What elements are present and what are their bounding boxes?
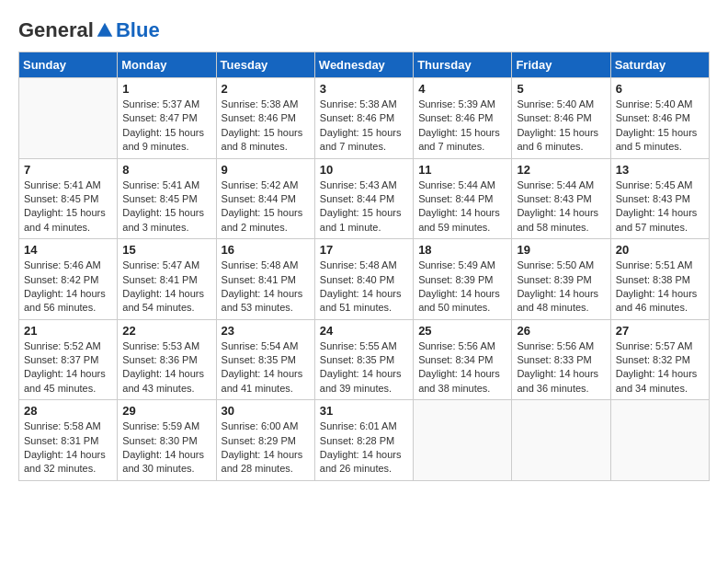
calendar-week-row: 1Sunrise: 5:37 AM Sunset: 8:47 PM Daylig… bbox=[19, 78, 710, 159]
day-info: Sunrise: 5:46 AM Sunset: 8:42 PM Dayligh… bbox=[24, 259, 112, 316]
day-number: 17 bbox=[320, 243, 408, 257]
day-info: Sunrise: 5:54 AM Sunset: 8:35 PM Dayligh… bbox=[222, 339, 310, 396]
day-of-week-header: Wednesday bbox=[314, 52, 413, 78]
calendar-week-row: 28Sunrise: 5:58 AM Sunset: 8:31 PM Dayli… bbox=[19, 400, 710, 481]
calendar-cell: 24Sunrise: 5:55 AM Sunset: 8:35 PM Dayli… bbox=[314, 319, 413, 400]
logo-blue-text: Blue bbox=[116, 18, 160, 42]
day-number: 19 bbox=[517, 243, 605, 257]
day-number: 8 bbox=[122, 163, 210, 177]
day-number: 25 bbox=[418, 324, 506, 338]
calendar-cell: 10Sunrise: 5:43 AM Sunset: 8:44 PM Dayli… bbox=[314, 158, 413, 239]
calendar-cell: 11Sunrise: 5:44 AM Sunset: 8:44 PM Dayli… bbox=[414, 158, 512, 239]
day-info: Sunrise: 5:57 AM Sunset: 8:32 PM Dayligh… bbox=[616, 339, 704, 396]
calendar-cell bbox=[610, 400, 709, 481]
calendar-header-row: SundayMondayTuesdayWednesdayThursdayFrid… bbox=[19, 52, 710, 78]
calendar-cell: 7Sunrise: 5:41 AM Sunset: 8:45 PM Daylig… bbox=[19, 158, 118, 239]
page-header: General Blue bbox=[18, 18, 710, 42]
svg-marker-0 bbox=[97, 23, 113, 37]
day-of-week-header: Sunday bbox=[19, 52, 118, 78]
day-info: Sunrise: 5:53 AM Sunset: 8:36 PM Dayligh… bbox=[122, 339, 210, 396]
calendar-cell: 28Sunrise: 5:58 AM Sunset: 8:31 PM Dayli… bbox=[19, 400, 118, 481]
day-number: 31 bbox=[320, 404, 408, 418]
calendar-cell bbox=[19, 78, 118, 159]
day-number: 1 bbox=[122, 82, 210, 96]
day-info: Sunrise: 5:44 AM Sunset: 8:44 PM Dayligh… bbox=[418, 178, 506, 236]
day-number: 9 bbox=[222, 163, 310, 177]
day-number: 29 bbox=[122, 404, 210, 418]
calendar-cell bbox=[414, 400, 512, 481]
calendar-week-row: 7Sunrise: 5:41 AM Sunset: 8:45 PM Daylig… bbox=[19, 158, 710, 239]
day-number: 28 bbox=[24, 404, 112, 418]
day-info: Sunrise: 5:45 AM Sunset: 8:43 PM Dayligh… bbox=[616, 178, 704, 236]
calendar-cell: 30Sunrise: 6:00 AM Sunset: 8:29 PM Dayli… bbox=[216, 400, 314, 481]
calendar-cell: 31Sunrise: 6:01 AM Sunset: 8:28 PM Dayli… bbox=[314, 400, 413, 481]
day-info: Sunrise: 6:01 AM Sunset: 8:28 PM Dayligh… bbox=[320, 419, 408, 477]
day-info: Sunrise: 5:40 AM Sunset: 8:46 PM Dayligh… bbox=[616, 98, 704, 155]
calendar-cell: 4Sunrise: 5:39 AM Sunset: 8:46 PM Daylig… bbox=[414, 78, 512, 159]
day-number: 3 bbox=[320, 82, 408, 96]
calendar-cell: 21Sunrise: 5:52 AM Sunset: 8:37 PM Dayli… bbox=[19, 319, 118, 400]
calendar-week-row: 14Sunrise: 5:46 AM Sunset: 8:42 PM Dayli… bbox=[19, 239, 710, 320]
day-info: Sunrise: 5:47 AM Sunset: 8:41 PM Dayligh… bbox=[122, 259, 210, 316]
day-number: 24 bbox=[320, 324, 408, 338]
day-info: Sunrise: 5:38 AM Sunset: 8:46 PM Dayligh… bbox=[222, 98, 310, 155]
day-of-week-header: Thursday bbox=[414, 52, 512, 78]
day-number: 5 bbox=[517, 82, 605, 96]
calendar-cell: 2Sunrise: 5:38 AM Sunset: 8:46 PM Daylig… bbox=[216, 78, 314, 159]
day-info: Sunrise: 5:40 AM Sunset: 8:46 PM Dayligh… bbox=[517, 98, 605, 155]
day-number: 16 bbox=[222, 243, 310, 257]
day-info: Sunrise: 5:41 AM Sunset: 8:45 PM Dayligh… bbox=[24, 178, 112, 236]
day-info: Sunrise: 5:55 AM Sunset: 8:35 PM Dayligh… bbox=[320, 339, 408, 396]
calendar-cell: 20Sunrise: 5:51 AM Sunset: 8:38 PM Dayli… bbox=[610, 239, 709, 320]
calendar-cell: 25Sunrise: 5:56 AM Sunset: 8:34 PM Dayli… bbox=[414, 319, 512, 400]
day-info: Sunrise: 5:48 AM Sunset: 8:40 PM Dayligh… bbox=[320, 259, 408, 316]
day-number: 22 bbox=[122, 324, 210, 338]
logo: General Blue bbox=[18, 18, 160, 42]
day-info: Sunrise: 5:44 AM Sunset: 8:43 PM Dayligh… bbox=[517, 178, 605, 236]
day-number: 7 bbox=[24, 163, 112, 177]
day-of-week-header: Friday bbox=[512, 52, 610, 78]
day-info: Sunrise: 5:50 AM Sunset: 8:39 PM Dayligh… bbox=[517, 259, 605, 316]
day-info: Sunrise: 5:56 AM Sunset: 8:33 PM Dayligh… bbox=[517, 339, 605, 396]
day-number: 18 bbox=[418, 243, 506, 257]
day-of-week-header: Monday bbox=[118, 52, 216, 78]
day-of-week-header: Tuesday bbox=[216, 52, 314, 78]
calendar-week-row: 21Sunrise: 5:52 AM Sunset: 8:37 PM Dayli… bbox=[19, 319, 710, 400]
day-info: Sunrise: 5:48 AM Sunset: 8:41 PM Dayligh… bbox=[222, 259, 310, 316]
calendar-cell: 22Sunrise: 5:53 AM Sunset: 8:36 PM Dayli… bbox=[118, 319, 216, 400]
day-number: 12 bbox=[517, 163, 605, 177]
day-number: 26 bbox=[517, 324, 605, 338]
logo-general-text: General bbox=[18, 18, 94, 42]
calendar-table: SundayMondayTuesdayWednesdayThursdayFrid… bbox=[18, 52, 710, 481]
calendar-cell: 14Sunrise: 5:46 AM Sunset: 8:42 PM Dayli… bbox=[19, 239, 118, 320]
day-info: Sunrise: 5:42 AM Sunset: 8:44 PM Dayligh… bbox=[222, 178, 310, 236]
calendar-cell: 6Sunrise: 5:40 AM Sunset: 8:46 PM Daylig… bbox=[610, 78, 709, 159]
day-info: Sunrise: 5:58 AM Sunset: 8:31 PM Dayligh… bbox=[24, 419, 112, 477]
day-info: Sunrise: 6:00 AM Sunset: 8:29 PM Dayligh… bbox=[222, 419, 310, 477]
day-number: 23 bbox=[222, 324, 310, 338]
calendar-cell: 15Sunrise: 5:47 AM Sunset: 8:41 PM Dayli… bbox=[118, 239, 216, 320]
calendar-cell: 23Sunrise: 5:54 AM Sunset: 8:35 PM Dayli… bbox=[216, 319, 314, 400]
calendar-cell: 9Sunrise: 5:42 AM Sunset: 8:44 PM Daylig… bbox=[216, 158, 314, 239]
calendar-cell: 19Sunrise: 5:50 AM Sunset: 8:39 PM Dayli… bbox=[512, 239, 610, 320]
calendar-cell: 12Sunrise: 5:44 AM Sunset: 8:43 PM Dayli… bbox=[512, 158, 610, 239]
day-number: 14 bbox=[24, 243, 112, 257]
calendar-cell: 26Sunrise: 5:56 AM Sunset: 8:33 PM Dayli… bbox=[512, 319, 610, 400]
calendar-cell: 1Sunrise: 5:37 AM Sunset: 8:47 PM Daylig… bbox=[118, 78, 216, 159]
day-info: Sunrise: 5:43 AM Sunset: 8:44 PM Dayligh… bbox=[320, 178, 408, 236]
calendar-cell: 16Sunrise: 5:48 AM Sunset: 8:41 PM Dayli… bbox=[216, 239, 314, 320]
day-info: Sunrise: 5:41 AM Sunset: 8:45 PM Dayligh… bbox=[122, 178, 210, 236]
day-info: Sunrise: 5:49 AM Sunset: 8:39 PM Dayligh… bbox=[418, 259, 506, 316]
day-info: Sunrise: 5:52 AM Sunset: 8:37 PM Dayligh… bbox=[24, 339, 112, 396]
day-info: Sunrise: 5:38 AM Sunset: 8:46 PM Dayligh… bbox=[320, 98, 408, 155]
day-number: 2 bbox=[222, 82, 310, 96]
day-number: 6 bbox=[616, 82, 704, 96]
day-number: 20 bbox=[616, 243, 704, 257]
logo-icon bbox=[96, 21, 114, 40]
day-number: 4 bbox=[418, 82, 506, 96]
calendar-cell: 27Sunrise: 5:57 AM Sunset: 8:32 PM Dayli… bbox=[610, 319, 709, 400]
calendar-cell: 8Sunrise: 5:41 AM Sunset: 8:45 PM Daylig… bbox=[118, 158, 216, 239]
calendar-cell: 18Sunrise: 5:49 AM Sunset: 8:39 PM Dayli… bbox=[414, 239, 512, 320]
calendar-cell: 3Sunrise: 5:38 AM Sunset: 8:46 PM Daylig… bbox=[314, 78, 413, 159]
day-of-week-header: Saturday bbox=[610, 52, 709, 78]
